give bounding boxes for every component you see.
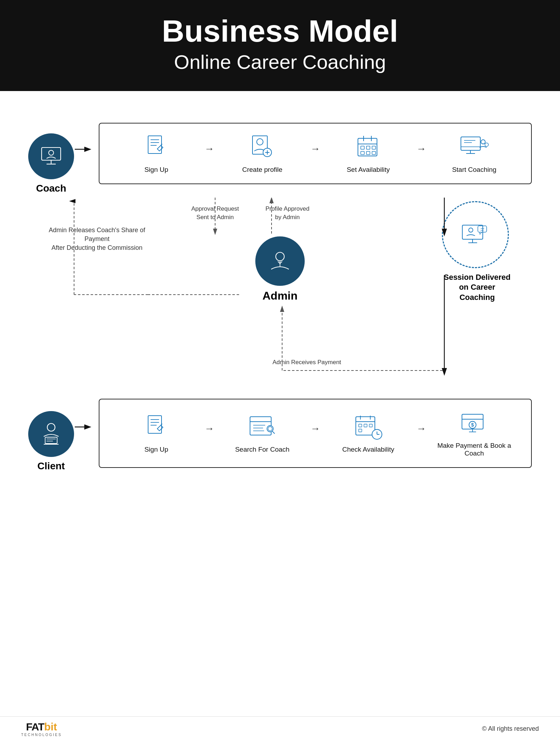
- svg-text:$: $: [471, 422, 474, 428]
- coach-label: Coach: [36, 183, 66, 194]
- svg-point-3: [49, 150, 54, 155]
- footer-logo-fat: FAT: [26, 721, 44, 733]
- svg-rect-76: [369, 424, 372, 427]
- svg-point-32: [485, 143, 488, 146]
- svg-point-51: [47, 423, 55, 431]
- coach-profile-label: Create profile: [242, 166, 282, 174]
- session-circle-wrap: Session Delivered on Career Coaching: [442, 201, 512, 303]
- client-circle: [28, 411, 74, 457]
- header: Business Model Online Career Coaching: [0, 0, 560, 91]
- svg-rect-24: [372, 151, 376, 155]
- coach-actor: Coach: [28, 133, 74, 194]
- svg-rect-23: [366, 151, 370, 155]
- page-title: Business Model: [7, 14, 553, 48]
- svg-rect-22: [361, 151, 364, 155]
- client-flow-arrow-3: →: [416, 423, 426, 434]
- approval-request-annotation: Approval Request Sent to Admin: [183, 205, 247, 222]
- coach-step-coaching: Start Coaching: [428, 133, 521, 174]
- footer-logo-sub: TECHNOLOGIES: [21, 733, 62, 737]
- svg-rect-74: [359, 424, 362, 427]
- coach-step-signup: Sign Up: [110, 133, 203, 174]
- client-actor: Client: [28, 411, 74, 472]
- client-label: Client: [37, 460, 65, 472]
- svg-rect-62: [250, 417, 271, 435]
- coach-availability-label: Set Availability: [347, 166, 390, 174]
- main-diagram: Coach: [0, 91, 560, 741]
- flow-arrow-1: →: [205, 143, 214, 155]
- svg-rect-77: [359, 429, 362, 432]
- profile-approved-annotation: Profile Approved by Admin: [256, 205, 319, 222]
- coach-coaching-label: Start Coaching: [452, 166, 497, 174]
- svg-point-31: [481, 140, 485, 144]
- coach-flow-box: Sign Up → Create profile →: [99, 123, 532, 184]
- admin-releases-annotation: Admin Releases Coach's Share of Payment …: [44, 226, 150, 253]
- client-step-search: Search For Coach: [216, 413, 309, 453]
- admin-wrap: Admin: [255, 236, 305, 302]
- svg-rect-20: [366, 146, 370, 149]
- svg-rect-52: [45, 437, 57, 444]
- svg-line-68: [272, 431, 275, 434]
- flow-arrow-2: →: [310, 143, 320, 155]
- client-search-label: Search For Coach: [235, 446, 290, 453]
- svg-rect-19: [361, 146, 364, 149]
- session-circle: [442, 201, 509, 268]
- svg-rect-37: [478, 226, 487, 232]
- svg-rect-0: [42, 147, 61, 160]
- admin-circle: [255, 236, 305, 286]
- svg-point-11: [257, 139, 263, 145]
- coach-circle: [28, 133, 74, 179]
- svg-point-36: [469, 228, 473, 232]
- page-subtitle: Online Career Coaching: [7, 50, 553, 73]
- footer-logo-bit: bit: [44, 721, 57, 733]
- svg-rect-75: [364, 424, 367, 427]
- session-label: Session Delivered on Career Coaching: [442, 272, 512, 303]
- client-avail-label: Check Availability: [342, 446, 394, 453]
- svg-rect-25: [461, 137, 480, 150]
- flow-arrow-3: →: [416, 143, 426, 155]
- coach-step-availability: Set Availability: [322, 133, 415, 174]
- client-signup-label: Sign Up: [144, 446, 168, 453]
- coach-step-profile: Create profile: [216, 133, 309, 174]
- admin-label: Admin: [262, 289, 298, 302]
- coach-signup-label: Sign Up: [144, 166, 168, 174]
- client-step-check-avail: Check Availability: [322, 413, 415, 453]
- footer: FAT bit TECHNOLOGIES © All rights reserv…: [0, 716, 560, 741]
- footer-logo-wrap: FAT bit TECHNOLOGIES: [21, 721, 62, 737]
- client-step-signup: Sign Up: [110, 413, 203, 453]
- client-flow-box: Sign Up →: [99, 399, 532, 468]
- svg-rect-21: [372, 146, 376, 149]
- svg-point-40: [276, 252, 284, 261]
- admin-receives-annotation: Admin Receives Payment: [236, 358, 377, 367]
- client-payment-label: Make Payment & Book a Coach: [428, 442, 521, 457]
- client-flow-arrow-2: →: [310, 423, 320, 434]
- client-step-payment: $ Make Payment & Book a Coach: [428, 409, 521, 457]
- footer-copyright: © All rights reserved: [482, 725, 539, 733]
- client-flow-arrow-1: →: [205, 423, 214, 434]
